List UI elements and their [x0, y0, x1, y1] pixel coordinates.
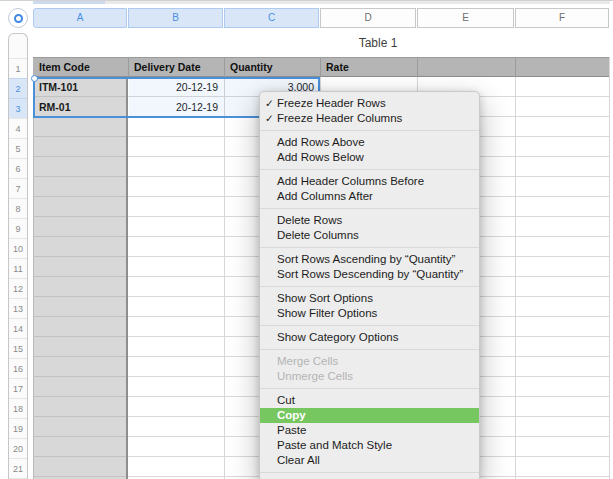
menu-item-paste-and-match-style[interactable]: Paste and Match Style	[260, 438, 479, 453]
row-header-9[interactable]: 9	[9, 218, 27, 238]
row-header-3[interactable]: 3	[9, 98, 27, 118]
menu-item-label: Freeze Header Columns	[277, 112, 402, 124]
menu-item-paste[interactable]: Paste	[260, 423, 479, 438]
row-header-16[interactable]: 16	[9, 358, 27, 378]
header-column	[33, 77, 128, 479]
header-gridline	[224, 57, 225, 77]
gridline	[515, 77, 516, 479]
menu-item-label: Add Rows Below	[277, 151, 364, 163]
column-header-A[interactable]: A	[33, 8, 127, 28]
top-strip-gray-segment	[105, 1, 610, 4]
row-header-5[interactable]: 5	[9, 138, 27, 158]
checkmark-icon: ✓	[265, 96, 274, 111]
row-header-19[interactable]: 19	[9, 418, 27, 438]
menu-item-label: Merge Cells	[277, 355, 338, 367]
menu-item-label: Cut	[277, 394, 295, 406]
row-header-11[interactable]: 11	[9, 258, 27, 278]
menu-item-label: Add Rows Above	[277, 136, 365, 148]
menu-item-label: Copy	[277, 409, 306, 421]
menu-item-add-rows-above[interactable]: Add Rows Above	[260, 135, 479, 150]
menu-separator	[260, 247, 479, 248]
menu-item-label: Delete Columns	[277, 229, 359, 241]
row-header-14[interactable]: 14	[9, 318, 27, 338]
menu-item-label: Show Category Options	[277, 331, 398, 343]
menu-separator	[260, 388, 479, 389]
menu-item-show-category-options[interactable]: Show Category Options	[260, 330, 479, 345]
menu-item-sort-rows-descending-by-quantity[interactable]: Sort Rows Descending by “Quantity”	[260, 267, 479, 282]
row-header-13[interactable]: 13	[9, 298, 27, 318]
row-header-8[interactable]: 8	[9, 198, 27, 218]
column-header-B[interactable]: B	[128, 8, 223, 28]
menu-item-freeze-header-rows[interactable]: ✓Freeze Header Rows	[260, 96, 479, 111]
menu-item-show-sort-options[interactable]: Show Sort Options	[260, 291, 479, 306]
row-header-15[interactable]: 15	[9, 338, 27, 358]
menu-item-label: Unmerge Cells	[277, 370, 353, 382]
header-gridline	[417, 57, 418, 77]
row-header-12[interactable]: 12	[9, 278, 27, 298]
menu-item-freeze-header-columns[interactable]: ✓Freeze Header Columns	[260, 111, 479, 126]
menu-item-label: Clear All	[277, 454, 320, 466]
menu-item-sort-rows-ascending-by-quantity[interactable]: Sort Rows Ascending by “Quantity”	[260, 252, 479, 267]
menu-item-cut[interactable]: Cut	[260, 393, 479, 408]
row-header-4[interactable]: 4	[9, 118, 27, 138]
table-handle[interactable]	[8, 8, 28, 28]
table-right-edge	[609, 57, 610, 479]
table-header-row	[33, 57, 610, 77]
menu-item-delete-rows[interactable]: Delete Rows	[260, 213, 479, 228]
row-header-bar: 12345678910111213141516171819202122	[8, 33, 28, 479]
menu-item-clear-all[interactable]: Clear All	[260, 453, 479, 468]
column-header-C[interactable]: C	[224, 8, 319, 28]
menu-item-label: Paste and Match Style	[277, 439, 392, 451]
menu-item-label: Freeze Header Rows	[277, 97, 386, 109]
column-header-E[interactable]: E	[417, 8, 514, 28]
gridline	[224, 77, 225, 479]
column-header-F[interactable]: F	[515, 8, 609, 28]
menu-item-label: Add Header Columns Before	[277, 175, 424, 187]
menu-item-copy[interactable]: Copy	[260, 408, 479, 423]
menu-item-label: Sort Rows Ascending by “Quantity”	[277, 253, 455, 265]
row-header-18[interactable]: 18	[9, 398, 27, 418]
menu-item-show-filter-options[interactable]: Show Filter Options	[260, 306, 479, 321]
menu-item-merge-cells: Merge Cells	[260, 354, 479, 369]
menu-item-add-columns-after[interactable]: Add Columns After	[260, 189, 479, 204]
menu-separator	[260, 169, 479, 170]
menu-item-label: Show Sort Options	[277, 292, 373, 304]
row-header-7[interactable]: 7	[9, 178, 27, 198]
row-header-10[interactable]: 10	[9, 238, 27, 258]
top-strip	[0, 0, 613, 4]
table-title: Table 1	[318, 36, 438, 50]
row-header-17[interactable]: 17	[9, 378, 27, 398]
menu-separator	[260, 349, 479, 350]
menu-item-add-header-columns-before[interactable]: Add Header Columns Before	[260, 174, 479, 189]
menu-item-label: Add Columns After	[277, 190, 373, 202]
row-header-6[interactable]: 6	[9, 158, 27, 178]
menu-item-unmerge-cells: Unmerge Cells	[260, 369, 479, 384]
menu-separator	[260, 472, 479, 473]
menu-item-label: Sort Rows Descending by “Quantity”	[277, 268, 463, 280]
menu-item-label: Paste	[277, 424, 306, 436]
row-header-2[interactable]: 2	[9, 78, 27, 98]
header-gridline	[320, 57, 321, 77]
column-header-D[interactable]: D	[320, 8, 416, 28]
top-strip-blue-segment	[33, 1, 105, 4]
menu-item-add-rows-below[interactable]: Add Rows Below	[260, 150, 479, 165]
header-cell-rate[interactable]: Rate	[326, 57, 349, 77]
menu-item-label: Show Filter Options	[277, 307, 377, 319]
context-menu: ✓Freeze Header Rows✓Freeze Header Column…	[259, 91, 480, 479]
row-header-21[interactable]: 21	[9, 458, 27, 478]
header-gridline	[128, 57, 129, 77]
menu-separator	[260, 325, 479, 326]
menu-separator	[260, 208, 479, 209]
header-cell-delivery-date[interactable]: Delivery Date	[134, 57, 201, 77]
checkmark-icon: ✓	[265, 111, 274, 126]
menu-item-delete-columns[interactable]: Delete Columns	[260, 228, 479, 243]
table-handle-ring-icon	[14, 14, 23, 23]
header-cell-quantity[interactable]: Quantity	[230, 57, 273, 77]
row-header-1[interactable]: 1	[9, 58, 27, 78]
selection-handle[interactable]	[31, 75, 38, 82]
numbers-spreadsheet: ABCDEF 123456789101112131415161718192021…	[0, 0, 613, 479]
menu-separator	[260, 130, 479, 131]
header-cell-item-code[interactable]: Item Code	[39, 57, 90, 77]
header-gridline	[515, 57, 516, 77]
row-header-20[interactable]: 20	[9, 438, 27, 458]
